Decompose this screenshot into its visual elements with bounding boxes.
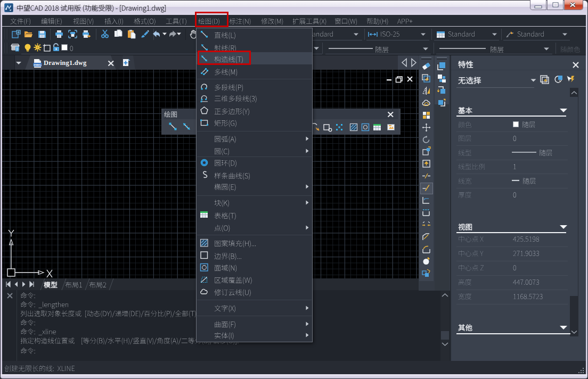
svg-text:DWG: DWG: [34, 63, 42, 67]
